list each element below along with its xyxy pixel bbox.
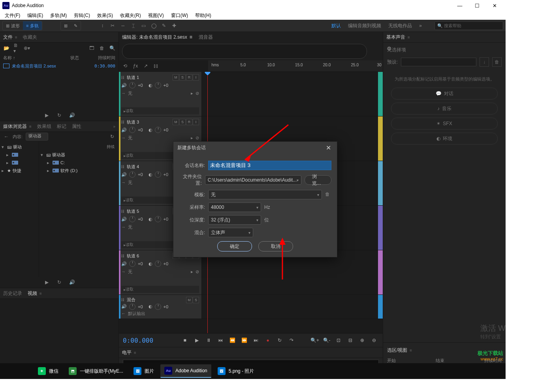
- zoom-out-icon[interactable]: 🔍-: [322, 336, 331, 345]
- session-name-input[interactable]: [208, 161, 331, 170]
- ok-button[interactable]: 确定: [217, 241, 252, 251]
- menu-multitrack[interactable]: 多轨(M): [47, 11, 70, 20]
- tree-item-d[interactable]: ▸软件 (D:): [41, 167, 117, 174]
- loop-preview-icon[interactable]: ↻: [56, 112, 62, 118]
- panel-menu-icon[interactable]: ≡: [29, 124, 32, 129]
- zoom-sel-icon[interactable]: ⊟: [346, 336, 355, 345]
- tab-levels[interactable]: 电平: [122, 349, 132, 356]
- overview-settings-icon[interactable]: ⚙: [384, 44, 394, 53]
- zoom-full-icon[interactable]: ⊡: [334, 336, 343, 345]
- tab-video[interactable]: 视频: [28, 290, 37, 297]
- drives-select[interactable]: 驱动器: [26, 133, 48, 141]
- tree-item-drives[interactable]: ▾🖴驱动器: [41, 151, 117, 159]
- timecode[interactable]: 0:00.000: [123, 337, 166, 344]
- tab-history[interactable]: 历史记录: [3, 290, 22, 297]
- sample-rate-select[interactable]: 48000▾: [208, 203, 261, 212]
- time-ruler[interactable]: hms 5.0 10.0 15.0 20.0 25.0 30: [208, 60, 383, 72]
- loop-preview-icon[interactable]: ↻: [56, 279, 62, 285]
- next-button[interactable]: ⏭: [251, 336, 261, 345]
- ffwd-button[interactable]: ⏩: [239, 336, 249, 345]
- tab-editor[interactable]: 编辑器: 未命名混音项目 2.sesx≡: [122, 34, 192, 41]
- template-delete-icon[interactable]: 🗑: [325, 191, 331, 198]
- folder-location-select[interactable]: C:\Users\admin\Documents\Adobe\Audit...▾: [205, 175, 301, 185]
- tree-item[interactable]: ▸: [2, 151, 37, 159]
- close-window-button[interactable]: ✕: [486, 0, 503, 11]
- panel-overflow-icon[interactable]: »: [113, 124, 115, 129]
- filter-icon[interactable]: 🔍: [109, 45, 115, 51]
- loop-button[interactable]: ↻: [275, 336, 284, 345]
- preset-save-icon[interactable]: ↓: [480, 57, 489, 67]
- category-sfx[interactable]: ✶SFX: [391, 118, 498, 129]
- menu-file[interactable]: 文件(F): [2, 11, 23, 20]
- play-preview-icon[interactable]: ▶: [43, 279, 50, 285]
- refresh-icon[interactable]: ↻: [109, 133, 115, 140]
- properties-icon[interactable]: 🗔: [88, 45, 95, 51]
- help-search-input[interactable]: 🔍 搜索帮助: [434, 21, 503, 30]
- category-ambience[interactable]: ◐环境: [391, 133, 498, 144]
- sends-icon[interactable]: ↗: [143, 63, 149, 69]
- mix-select[interactable]: 立体声▾: [208, 228, 253, 237]
- tab-selection-view[interactable]: 选区/视图: [387, 347, 407, 354]
- tool-button-1[interactable]: ⊞: [61, 21, 71, 30]
- eq-icon[interactable]: ⫿⫿: [153, 63, 159, 69]
- zoom-v-out-icon[interactable]: ⊖: [369, 336, 379, 345]
- waveform-view-button[interactable]: ⊞波形: [3, 21, 23, 30]
- bit-depth-select[interactable]: 32 (浮点)▾: [208, 215, 261, 225]
- tree-item[interactable]: ▸: [2, 159, 37, 167]
- workspace-edit-av[interactable]: 编辑音频到视频: [348, 23, 381, 29]
- menu-effects[interactable]: 效果(S): [94, 11, 116, 20]
- skip-button[interactable]: ↷: [287, 336, 296, 345]
- menu-edit[interactable]: 编辑(E): [24, 11, 46, 20]
- track-header[interactable]: ⁞⁞混合MS 🔊+0◐+0 ←默认输出: [119, 295, 202, 319]
- tab-favorites[interactable]: 收藏夹: [23, 34, 37, 41]
- track-header[interactable]: ⁞⁞轨道 1MSRI 🔊+0◐+0 →无▸⊘ ▸ 读取: [119, 72, 202, 116]
- taskbar-item-photo-file[interactable]: 🖼5.png - 照片: [214, 365, 258, 377]
- slip-tool-icon[interactable]: ↔: [120, 23, 126, 29]
- tab-properties[interactable]: 属性: [72, 123, 81, 130]
- overview-bar[interactable]: [122, 44, 367, 59]
- taskbar-item-photos[interactable]: 🖼图片: [130, 365, 158, 377]
- col-name[interactable]: 名称 ↑: [3, 55, 69, 61]
- menu-favorites[interactable]: 收藏夹(R): [117, 11, 144, 20]
- col-duration[interactable]: 持续时间: [92, 55, 115, 61]
- menu-window[interactable]: 窗口(W): [168, 11, 191, 20]
- play-preview-icon[interactable]: ▶: [43, 112, 50, 118]
- dialog-close-button[interactable]: ✕: [323, 143, 333, 152]
- minimize-button[interactable]: —: [451, 0, 468, 11]
- marquee-tool-icon[interactable]: ▭: [140, 23, 147, 29]
- tab-effects-rack[interactable]: 效果组: [37, 123, 51, 130]
- autoplay-icon[interactable]: 🔊: [69, 279, 75, 285]
- preset-select[interactable]: [401, 58, 476, 66]
- menu-view[interactable]: 视图(V): [145, 11, 167, 20]
- maximize-button[interactable]: ☐: [468, 0, 486, 11]
- browse-button[interactable]: 浏览...: [305, 175, 331, 185]
- workspace-default[interactable]: 默认: [331, 23, 341, 29]
- pause-button[interactable]: ⏸: [204, 336, 213, 345]
- file-row[interactable]: 未命名混音项目 2.sesx 0:30.000: [0, 62, 118, 70]
- play-button[interactable]: ▶: [192, 336, 201, 345]
- track-grip-icon[interactable]: ⁞⁞: [121, 75, 124, 80]
- brush-tool-icon[interactable]: ✎: [161, 23, 167, 29]
- time-select-tool-icon[interactable]: ⌶: [130, 23, 136, 29]
- tab-essential-sound[interactable]: 基本声音: [386, 34, 405, 41]
- template-select[interactable]: 无▾: [208, 190, 322, 199]
- delete-icon[interactable]: 🗑: [99, 45, 105, 51]
- rewind-button[interactable]: ⏪: [228, 336, 237, 345]
- multitrack-view-button[interactable]: ≡多轨: [23, 21, 42, 30]
- back-icon[interactable]: ←: [3, 133, 9, 140]
- category-music[interactable]: ♪音乐: [391, 103, 498, 114]
- fx-icon[interactable]: ⟲: [122, 63, 128, 69]
- zoom-in-icon[interactable]: 🔍+: [310, 336, 320, 345]
- preset-delete-icon[interactable]: 🗑: [492, 57, 502, 67]
- workspace-radio[interactable]: 无线电作品: [388, 23, 412, 29]
- col-status[interactable]: 状态: [70, 55, 90, 61]
- razor-tool-icon[interactable]: ✂: [109, 23, 116, 29]
- volume-knob[interactable]: [129, 82, 135, 88]
- tab-markers[interactable]: 标记: [57, 123, 66, 130]
- category-dialogue[interactable]: 💬对话: [391, 88, 498, 99]
- workspace-more[interactable]: »: [419, 23, 422, 28]
- tab-files[interactable]: 文件: [3, 34, 13, 41]
- panel-menu-icon[interactable]: ≡: [39, 291, 42, 296]
- record-button[interactable]: ●: [263, 336, 273, 345]
- pan-knob[interactable]: [155, 82, 161, 88]
